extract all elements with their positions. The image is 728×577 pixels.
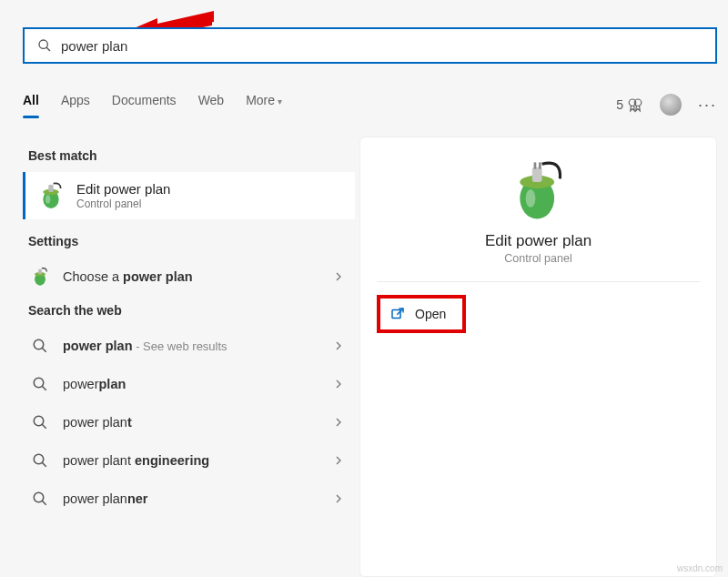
search-bar[interactable]	[23, 27, 717, 64]
svg-rect-29	[392, 310, 400, 319]
user-avatar[interactable]	[660, 94, 682, 116]
chevron-right-icon	[331, 453, 346, 468]
preview-subtitle: Control panel	[504, 252, 571, 265]
svg-point-25	[525, 189, 535, 208]
web-result[interactable]: power planner	[23, 480, 355, 518]
tab-apps[interactable]: Apps	[61, 93, 90, 116]
tab-all[interactable]: All	[23, 93, 39, 116]
svg-rect-8	[48, 185, 53, 192]
chevron-down-icon: ▾	[278, 96, 282, 106]
chevron-right-icon	[331, 415, 346, 430]
filter-tabs: All Apps Documents Web More▾ 5 ···	[23, 86, 717, 123]
best-match-title: Edit power plan	[76, 181, 170, 197]
watermark: wsxdn.com	[677, 563, 723, 573]
web-result-label: power plant	[63, 415, 331, 430]
tab-more[interactable]: More▾	[246, 93, 282, 116]
power-plan-icon	[30, 267, 50, 287]
svg-point-19	[34, 454, 44, 464]
svg-point-17	[34, 416, 44, 426]
open-external-icon	[389, 306, 406, 322]
section-best-match: Best match	[28, 148, 355, 163]
rewards-points[interactable]: 5	[616, 96, 643, 113]
medal-icon	[627, 96, 643, 113]
svg-line-20	[42, 462, 46, 467]
section-settings: Settings	[28, 234, 355, 248]
preview-title: Edit power plan	[485, 232, 592, 250]
search-icon	[32, 452, 48, 469]
settings-result[interactable]: Choose a power plan	[23, 258, 355, 296]
svg-point-21	[34, 492, 44, 502]
preview-panel: Edit power plan Control panel Open	[359, 137, 717, 577]
search-icon	[32, 376, 48, 392]
chevron-right-icon	[331, 339, 346, 353]
web-result[interactable]: power plan - See web results	[23, 327, 355, 365]
web-result[interactable]: power plant	[23, 403, 355, 441]
svg-line-14	[42, 348, 46, 352]
section-web: Search the web	[28, 303, 355, 318]
search-icon	[32, 414, 48, 430]
svg-rect-27	[533, 162, 536, 168]
web-result-label: power plant engineering	[63, 453, 331, 468]
annotation-highlight: Open	[377, 295, 466, 333]
svg-line-3	[46, 47, 50, 51]
svg-point-9	[46, 195, 50, 203]
svg-line-16	[42, 386, 46, 390]
tab-web[interactable]: Web	[198, 93, 225, 116]
web-result-label: power plan - See web results	[63, 339, 331, 353]
search-icon	[32, 491, 48, 507]
chevron-right-icon	[331, 377, 346, 391]
results-column: Best match Edit power plan Control panel…	[23, 141, 355, 518]
web-result[interactable]: power plant engineering	[23, 441, 355, 480]
power-plan-icon	[36, 181, 66, 210]
chevron-right-icon	[331, 491, 346, 506]
search-icon	[32, 338, 48, 354]
svg-line-18	[42, 424, 46, 429]
best-match-subtitle: Control panel	[76, 197, 170, 210]
svg-rect-26	[531, 167, 541, 182]
web-result[interactable]: powerplan	[23, 365, 355, 403]
open-button-label: Open	[415, 307, 446, 321]
svg-point-13	[34, 339, 44, 349]
web-result-label: power planner	[63, 491, 331, 506]
settings-result-label: Choose a power plan	[63, 269, 331, 284]
power-plan-large-icon	[506, 157, 571, 223]
svg-line-22	[42, 501, 46, 505]
svg-point-2	[39, 40, 47, 48]
search-icon	[37, 38, 52, 53]
best-match-result[interactable]: Edit power plan Control panel	[23, 172, 355, 219]
tab-documents[interactable]: Documents	[112, 93, 177, 116]
more-options-button[interactable]: ···	[698, 96, 717, 115]
svg-rect-12	[38, 269, 42, 275]
web-result-label: powerplan	[63, 377, 331, 391]
open-button[interactable]: Open	[380, 299, 462, 329]
divider	[377, 281, 700, 282]
svg-point-15	[34, 378, 44, 388]
chevron-right-icon	[331, 269, 346, 284]
search-input[interactable]	[61, 38, 703, 54]
svg-rect-28	[539, 162, 541, 168]
